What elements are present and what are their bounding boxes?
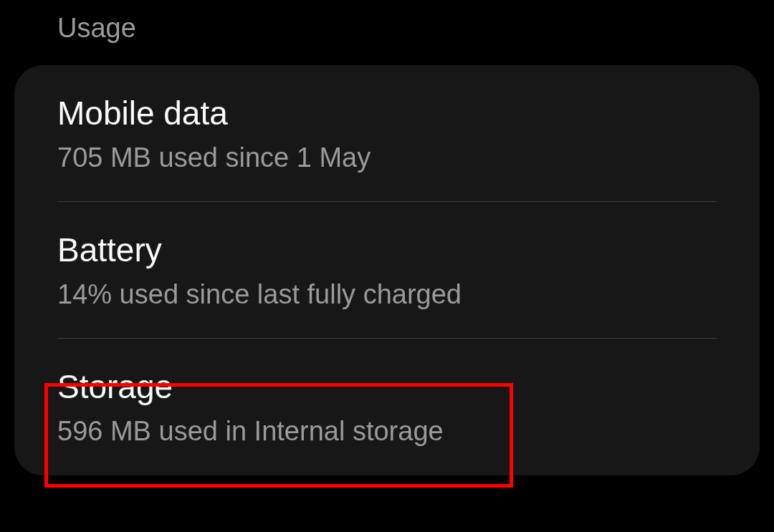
storage-subtitle: 596 MB used in Internal storage <box>57 416 717 447</box>
battery-item[interactable]: Battery 14% used since last fully charge… <box>14 202 760 339</box>
storage-item[interactable]: Storage 596 MB used in Internal storage <box>14 339 760 475</box>
mobile-data-item[interactable]: Mobile data 705 MB used since 1 May <box>14 65 760 202</box>
battery-title: Battery <box>57 231 717 269</box>
battery-subtitle: 14% used since last fully charged <box>57 279 717 310</box>
usage-card: Mobile data 705 MB used since 1 May Batt… <box>14 65 760 475</box>
mobile-data-title: Mobile data <box>57 94 717 132</box>
storage-title: Storage <box>57 367 717 406</box>
mobile-data-subtitle: 705 MB used since 1 May <box>57 142 717 173</box>
section-header-usage: Usage <box>0 0 774 65</box>
